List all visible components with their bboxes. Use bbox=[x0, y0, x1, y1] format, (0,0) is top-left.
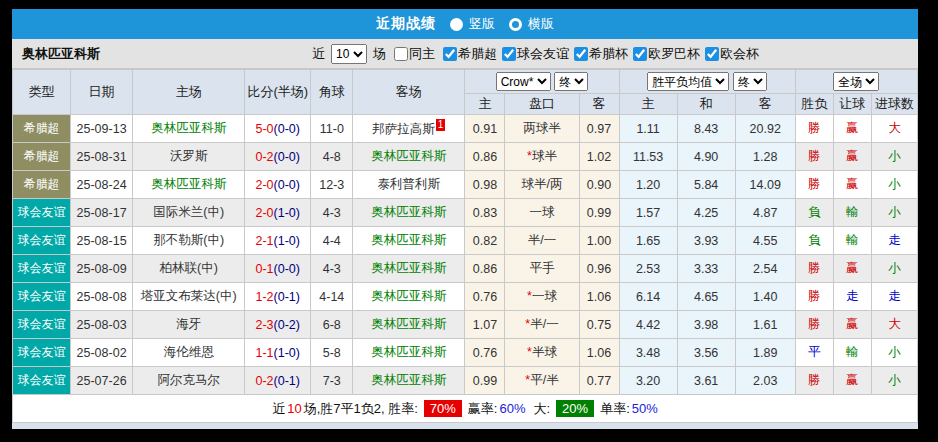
goals-result: 小 bbox=[871, 171, 917, 199]
avg-draw-odds: 3.33 bbox=[677, 255, 735, 283]
away-team-name: 奥林匹亚科斯 bbox=[371, 373, 446, 387]
halftime-score: (0-0) bbox=[274, 178, 300, 192]
recent-suffix-label: 场 bbox=[373, 45, 386, 63]
league-filter-2[interactable]: 希腊杯 bbox=[569, 45, 628, 63]
goals-result: 大 bbox=[871, 115, 917, 143]
handicap-text: 半/一 bbox=[530, 317, 558, 331]
avg-stage-select[interactable]: 终 bbox=[733, 72, 767, 91]
league-filter-0[interactable]: 希腊超 bbox=[438, 45, 497, 63]
away-odds: 0.96 bbox=[579, 255, 619, 283]
match-row: 希腊超25-08-31沃罗斯0-2(0-0)4-8奥林匹亚科斯0.86*球半1.… bbox=[13, 143, 918, 171]
match-row: 球会友谊25-08-09柏林联(中)0-1(0-0)4-3奥林匹亚科斯0.86平… bbox=[13, 255, 918, 283]
league-label: 欧罗巴杯 bbox=[648, 45, 700, 63]
league-filter-4[interactable]: 欧会杯 bbox=[700, 45, 759, 63]
match-row: 希腊超25-09-13奥林匹亚科斯5-0(0-0)11-0邦萨拉高斯10.91两… bbox=[13, 115, 918, 143]
corner-score: 11-0 bbox=[311, 115, 353, 143]
away-team-name: 奥林匹亚科斯 bbox=[371, 317, 446, 331]
score-cell: 2-1(1-0) bbox=[245, 227, 311, 255]
home-team-name: 沃罗斯 bbox=[170, 149, 208, 163]
fulltime-score: 0-2 bbox=[256, 374, 274, 388]
avg-home-odds: 11.53 bbox=[619, 143, 677, 171]
odds-company-select[interactable]: Crow* bbox=[496, 72, 551, 91]
sub-avg-home: 主 bbox=[619, 94, 677, 115]
col-header-corner: 角球 bbox=[311, 70, 353, 115]
same-home-filter[interactable]: 同主 bbox=[389, 45, 435, 63]
summary-count: 10 bbox=[287, 401, 301, 416]
avg-away-odds: 4.87 bbox=[735, 199, 795, 227]
goals-result: 小 bbox=[871, 339, 917, 367]
vertical-layout-radio[interactable] bbox=[450, 18, 463, 31]
handicap-result: 赢 bbox=[833, 255, 871, 283]
away-odds: 0.99 bbox=[579, 199, 619, 227]
match-count-select[interactable]: 10 bbox=[331, 44, 367, 64]
away-odds: 0.90 bbox=[579, 171, 619, 199]
win-odds-label: 赢率: bbox=[468, 400, 498, 418]
home-team-name: 柏林联(中) bbox=[160, 261, 218, 275]
score-cell: 1-2(0-1) bbox=[245, 283, 311, 311]
avg-home-odds: 6.14 bbox=[619, 283, 677, 311]
avg-odds-select[interactable]: 胜平负均值 bbox=[647, 72, 729, 91]
match-date: 25-08-24 bbox=[71, 171, 133, 199]
league-checkbox-3[interactable] bbox=[633, 47, 647, 61]
away-team: 奥林匹亚科斯 bbox=[353, 143, 465, 171]
winloss-result: 負 bbox=[795, 199, 833, 227]
avg-away-odds: 2.54 bbox=[735, 255, 795, 283]
away-team: 邦萨拉高斯1 bbox=[353, 115, 465, 143]
avg-home-odds: 1.20 bbox=[619, 171, 677, 199]
away-team: 奥林匹亚科斯 bbox=[353, 283, 465, 311]
sub-handicap: 盘口 bbox=[505, 94, 579, 115]
same-home-checkbox[interactable] bbox=[394, 47, 408, 61]
away-team-name: 奥林匹亚科斯 bbox=[371, 289, 446, 303]
match-date: 25-07-26 bbox=[71, 367, 133, 395]
league-checkbox-2[interactable] bbox=[574, 47, 588, 61]
odds-stage-select[interactable]: 终 bbox=[554, 72, 588, 91]
col-header-type: 类型 bbox=[13, 70, 71, 115]
handicap-cell: 一球 bbox=[505, 199, 579, 227]
score-cell: 5-0(0-0) bbox=[245, 115, 311, 143]
avg-draw-odds: 3.56 bbox=[677, 339, 735, 367]
away-odds: 0.77 bbox=[579, 367, 619, 395]
away-team: 奥林匹亚科斯 bbox=[353, 227, 465, 255]
bottom-strip bbox=[12, 423, 918, 429]
match-row: 球会友谊25-08-08塔亚文布莱达(中)1-2(0-1)4-14奥林匹亚科斯0… bbox=[13, 283, 918, 311]
big-label: 大: bbox=[533, 400, 550, 418]
league-filter-3[interactable]: 欧罗巴杯 bbox=[628, 45, 700, 63]
home-team-name: 海伦维恩 bbox=[164, 345, 214, 359]
league-checkbox-1[interactable] bbox=[502, 47, 516, 61]
home-team: 奥林匹亚科斯 bbox=[133, 115, 245, 143]
league-filter-1[interactable]: 球会友谊 bbox=[497, 45, 569, 63]
league-checkbox-0[interactable] bbox=[443, 47, 457, 61]
handicap-text: 一球 bbox=[532, 289, 557, 303]
fulltime-select[interactable]: 全场 bbox=[833, 72, 879, 91]
match-row: 球会友谊25-08-02海伦维恩1-1(1-0)5-8奥林匹亚科斯0.76*半球… bbox=[13, 339, 918, 367]
single-rate: 50% bbox=[632, 401, 658, 416]
corner-score: 4-4 bbox=[311, 227, 353, 255]
sub-winloss: 胜负 bbox=[795, 94, 833, 115]
avg-draw-odds: 5.84 bbox=[677, 171, 735, 199]
col-header-home: 主场 bbox=[133, 70, 245, 115]
home-team-name: 塔亚文布莱达(中) bbox=[141, 289, 237, 303]
goals-result: 走 bbox=[871, 227, 917, 255]
avg-away-odds: 1.40 bbox=[735, 283, 795, 311]
league-label: 希腊超 bbox=[458, 45, 497, 63]
match-row: 球会友谊25-07-26阿尔克马尔0-2(0-1)7-3奥林匹亚科斯0.99*平… bbox=[13, 367, 918, 395]
league-checkbox-4[interactable] bbox=[705, 47, 719, 61]
home-odds: 1.07 bbox=[465, 311, 505, 339]
halftime-score: (1-0) bbox=[274, 206, 300, 220]
winloss-result: 勝 bbox=[795, 115, 833, 143]
match-date: 25-08-09 bbox=[71, 255, 133, 283]
winloss-result: 負 bbox=[795, 227, 833, 255]
summary-prefix: 近 bbox=[272, 400, 285, 418]
recent-prefix-label: 近 bbox=[312, 45, 325, 63]
home-odds: 0.83 bbox=[465, 199, 505, 227]
winloss-result: 勝 bbox=[795, 255, 833, 283]
league-type: 希腊超 bbox=[13, 171, 71, 199]
league-filters: 希腊超球会友谊希腊杯欧罗巴杯欧会杯 bbox=[438, 45, 759, 63]
avg-odds-group: 胜平负均值 终 bbox=[619, 70, 795, 94]
match-date: 25-09-13 bbox=[71, 115, 133, 143]
horizontal-layout-radio[interactable] bbox=[509, 18, 522, 31]
avg-draw-odds: 3.93 bbox=[677, 227, 735, 255]
league-label: 球会友谊 bbox=[517, 45, 569, 63]
avg-home-odds: 3.48 bbox=[619, 339, 677, 367]
same-home-label: 同主 bbox=[409, 45, 435, 63]
